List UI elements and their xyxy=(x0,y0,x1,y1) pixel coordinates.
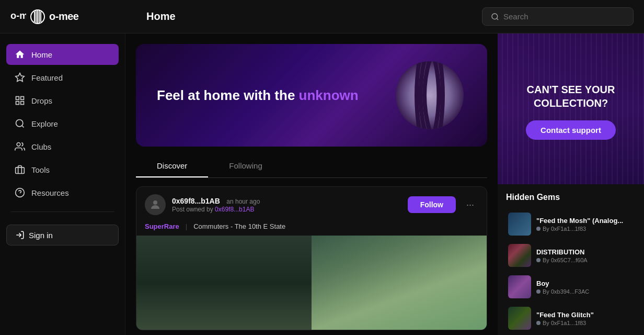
gem-name: DISTRIBUTION xyxy=(536,248,634,256)
svg-marker-8 xyxy=(16,73,25,82)
sidebar-item-drops[interactable]: Drops xyxy=(6,90,119,111)
sidebar-label-clubs: Clubs xyxy=(31,142,51,151)
svg-rect-11 xyxy=(16,102,19,105)
sidebar-item-resources[interactable]: Resources xyxy=(6,182,119,203)
gem-author-text: By 0xF1a1...1f83 xyxy=(543,226,586,232)
gem-thumbnail xyxy=(508,275,531,298)
hero-text-accent: unknown xyxy=(299,87,359,103)
logo-text: o-mee xyxy=(10,7,26,26)
hero-banner: Feel at home with the unknown xyxy=(136,44,487,147)
sign-in-button[interactable]: Sign in xyxy=(6,225,119,245)
promo-card: CAN'T SEE YOUR COLLECTION? Contact suppo… xyxy=(498,34,644,184)
gem-thumbnail xyxy=(508,244,531,267)
sidebar-item-explore[interactable]: Explore xyxy=(6,113,119,134)
help-icon xyxy=(15,187,25,198)
svg-rect-9 xyxy=(16,97,19,100)
feed-tabs: Discover Following xyxy=(136,155,487,178)
svg-rect-15 xyxy=(16,168,25,174)
topbar: o-mee o-mee Home xyxy=(0,0,644,34)
hero-orb xyxy=(393,59,466,132)
star-icon xyxy=(15,72,25,83)
list-item[interactable]: "Feed the Mosh" (Analog... By 0xF1a1...1… xyxy=(506,208,636,240)
grid-icon xyxy=(15,95,25,106)
gem-thumbnail xyxy=(508,213,531,236)
follow-button[interactable]: Follow xyxy=(408,196,456,213)
tab-following-label: Following xyxy=(229,161,262,170)
hero-text: Feel at home with the unknown xyxy=(157,87,359,104)
gem-author-text: By 0xb394...F3AC xyxy=(543,288,589,295)
sidebar: Home Featured Drops Explore Clubs xyxy=(0,34,125,335)
promo-title: CAN'T SEE YOUR COLLECTION? xyxy=(510,83,631,110)
post-owned: Post owned by 0x69f8...b1AB xyxy=(172,206,401,213)
gem-info: Boy By 0xb394...F3AC xyxy=(536,280,634,295)
main-layout: Home Featured Drops Explore Clubs xyxy=(0,34,644,335)
sidebar-label-home: Home xyxy=(31,50,52,59)
gem-author-text: By 0xF1a1...1f83 xyxy=(543,320,586,326)
gem-info: "Feed the Mosh" (Analog... By 0xF1a1...1… xyxy=(536,217,634,232)
logo-wordmark: o-mee xyxy=(49,10,78,23)
post-meta: 0x69f8...b1AB an hour ago Post owned by … xyxy=(172,196,401,213)
tab-discover[interactable]: Discover xyxy=(136,155,208,177)
post-tag-separator: | xyxy=(186,222,187,230)
gem-author: By 0xF1a1...1f83 xyxy=(536,226,634,232)
tab-following[interactable]: Following xyxy=(208,155,283,177)
home-icon xyxy=(15,49,25,60)
post-time: an hour ago xyxy=(226,198,260,205)
svg-text:o-mee: o-mee xyxy=(10,9,26,20)
page-title: Home xyxy=(136,10,482,23)
svg-point-21 xyxy=(153,200,157,205)
list-item[interactable]: Boy By 0xb394...F3AC xyxy=(506,271,636,303)
svg-rect-12 xyxy=(21,102,24,105)
post-image-left xyxy=(136,236,312,330)
sign-in-icon xyxy=(15,230,25,240)
sidebar-item-tools[interactable]: Tools xyxy=(6,159,119,180)
gem-thumbnail xyxy=(508,307,531,330)
post-image xyxy=(136,236,487,330)
post-owner-addr: 0x69f8...b1AB xyxy=(215,206,254,213)
logo-icon xyxy=(30,9,45,24)
content-area: Feel at home with the unknown xyxy=(125,34,498,335)
sidebar-label-tools: Tools xyxy=(31,165,50,174)
eth-icon xyxy=(536,258,540,262)
sidebar-item-featured[interactable]: Featured xyxy=(6,67,119,88)
post-author: 0x69f8...b1AB xyxy=(172,197,220,205)
sign-in-label: Sign in xyxy=(29,231,53,240)
hidden-gems-title: Hidden Gems xyxy=(506,193,636,202)
search-input[interactable] xyxy=(503,12,625,21)
post-header: 0x69f8...b1AB an hour ago Post owned by … xyxy=(136,187,487,222)
gem-author: By 0xb394...F3AC xyxy=(536,288,634,295)
post-tags: SuperRare | Commuters - The 10th E State xyxy=(136,222,487,236)
tab-discover-label: Discover xyxy=(157,161,187,170)
list-item[interactable]: DISTRIBUTION By 0x65C7...f60A xyxy=(506,240,636,271)
sidebar-label-featured: Featured xyxy=(31,73,63,82)
feed: 0x69f8...b1AB an hour ago Post owned by … xyxy=(136,186,487,330)
eth-icon xyxy=(536,227,540,231)
sidebar-item-home[interactable]: Home xyxy=(6,44,119,65)
gem-author: By 0xF1a1...1f83 xyxy=(536,320,634,326)
sidebar-label-resources: Resources xyxy=(31,188,69,197)
post-image-right xyxy=(312,236,487,330)
gem-author-text: By 0x65C7...f60A xyxy=(543,257,588,263)
search-icon xyxy=(491,13,499,21)
post-track-name: Commuters - The 10th E State xyxy=(193,222,285,230)
post-card: 0x69f8...b1AB an hour ago Post owned by … xyxy=(136,186,487,330)
gem-info: "Feed The Glitch" By 0xF1a1...1f83 xyxy=(536,311,634,326)
more-options-button[interactable]: ··· xyxy=(462,197,478,213)
sidebar-label-explore: Explore xyxy=(31,119,58,128)
eth-icon xyxy=(536,289,540,294)
users-icon xyxy=(15,141,25,152)
svg-point-7 xyxy=(492,14,498,19)
avatar xyxy=(145,194,166,215)
svg-rect-10 xyxy=(21,97,24,100)
gem-name: Boy xyxy=(536,280,634,287)
svg-point-19 xyxy=(396,61,464,129)
contact-support-button[interactable]: Contact support xyxy=(526,120,616,140)
explore-search-icon xyxy=(15,118,25,129)
sidebar-item-clubs[interactable]: Clubs xyxy=(6,136,119,157)
sidebar-divider xyxy=(10,211,114,212)
avatar-icon xyxy=(149,198,162,211)
gem-info: DISTRIBUTION By 0x65C7...f60A xyxy=(536,248,634,263)
search-bar[interactable] xyxy=(482,7,634,26)
list-item[interactable]: "Feed The Glitch" By 0xF1a1...1f83 xyxy=(506,303,636,334)
tools-icon xyxy=(15,164,25,175)
